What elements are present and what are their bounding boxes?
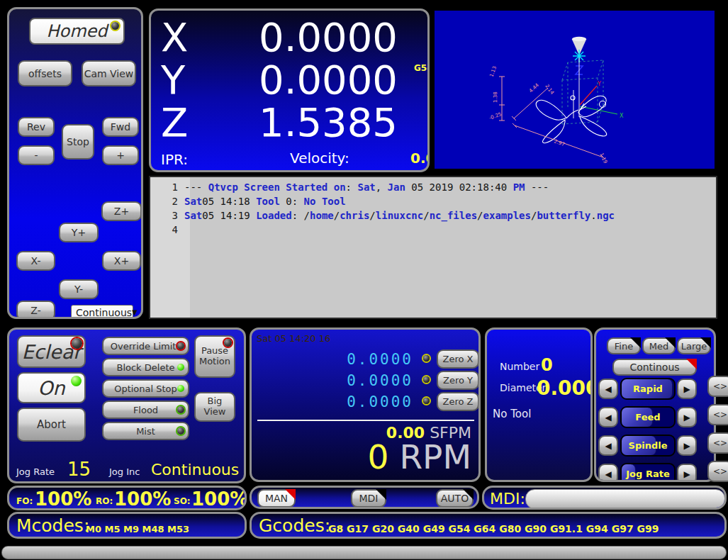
slider-label: Feed — [622, 408, 674, 427]
fo-label: FO: — [16, 496, 33, 506]
jograte-increase-button[interactable]: ▶ — [677, 464, 697, 482]
jog-z-minus-button[interactable]: Z- — [16, 301, 55, 319]
rel-dro-x-led-icon — [423, 355, 430, 362]
fine-label: Fine — [615, 341, 633, 352]
cam-view-button[interactable]: Cam View — [82, 60, 136, 86]
estop-clear-button[interactable]: Eclear — [17, 335, 86, 368]
jograte-spinner-button[interactable]: <> — [707, 461, 728, 482]
svg-text:-0.25: -0.25 — [488, 111, 503, 121]
tool-panel: Number 0 Diameter 0.000 No Tool — [485, 327, 593, 482]
spindle-decrease-button[interactable]: ◀ — [598, 435, 618, 456]
mist-label: Mist — [136, 426, 155, 437]
pause-motion-label: Pause Motion — [198, 346, 232, 367]
jog-y-minus-button[interactable]: Y- — [59, 279, 99, 299]
power-led-icon — [71, 376, 82, 386]
jog-x-minus-button[interactable]: X- — [16, 251, 55, 271]
preview-panel[interactable]: Y X 1.13 1.38 - — [431, 7, 718, 172]
spindle-spinner-button[interactable]: <> — [707, 432, 728, 454]
jog-large-button[interactable]: Large — [677, 337, 711, 354]
mcodes-active-list: M0 M5 M9 M48 M53 — [86, 524, 189, 534]
left-arrow-icon: ◀ — [605, 384, 611, 394]
zero-z-button[interactable]: Zero Z — [437, 392, 479, 411]
rapid-spinner-button[interactable]: <> — [707, 376, 728, 397]
rel-dro-z-led-icon — [423, 398, 430, 404]
jog-inc-label: Jog Inc — [109, 466, 140, 477]
dro-axis-letter-z: Z — [161, 101, 188, 144]
console-panel[interactable]: 1--- Qtvcp Screen Started on: Sat, Jan 0… — [149, 176, 717, 319]
optional-stop-led-icon — [177, 385, 184, 392]
updown-icon: <> — [713, 466, 727, 476]
spindle-minus-button[interactable]: - — [18, 145, 55, 165]
abort-button[interactable]: Abort — [17, 408, 86, 442]
updown-icon: <> — [713, 381, 727, 391]
mode-auto-button[interactable]: AUTO — [436, 489, 474, 508]
jog-z-plus-label: Z+ — [114, 206, 129, 217]
jog-x-minus-label: X- — [31, 255, 41, 267]
feed-spinner-button[interactable]: <> — [707, 404, 728, 425]
block-delete-button[interactable]: Block Delete — [102, 358, 189, 376]
rapid-slider[interactable]: Rapid — [620, 378, 676, 400]
jog-x-plus-button[interactable]: X+ — [102, 251, 141, 271]
power-on-button[interactable]: On — [17, 372, 86, 403]
mdi-entry-label: MDI: — [490, 490, 525, 508]
spindle-increase-button[interactable]: ▶ — [677, 435, 697, 456]
left-arrow-icon: ◀ — [605, 441, 611, 451]
stop-label: Stop — [67, 136, 89, 147]
spindle-rev-button[interactable]: Rev — [18, 117, 55, 137]
plunge-lines — [573, 57, 579, 118]
optional-stop-button[interactable]: Optional Stop — [102, 379, 189, 398]
jog-continous-button[interactable]: Continous — [612, 359, 697, 376]
auto-label: AUTO — [441, 493, 469, 504]
big-view-button[interactable]: Big View — [194, 392, 235, 422]
spindle-slider[interactable]: Spindle — [620, 435, 676, 457]
rapid-decrease-button[interactable]: ◀ — [598, 379, 618, 399]
jog-z-plus-button[interactable]: Z+ — [101, 201, 142, 221]
jog-fine-button[interactable]: Fine — [607, 337, 641, 354]
feed-decrease-button[interactable]: ◀ — [598, 407, 618, 427]
jog-med-button[interactable]: Med — [642, 337, 676, 354]
pause-motion-button[interactable]: Pause Motion — [194, 335, 235, 378]
spindle-fwd-button[interactable]: Fwd — [102, 117, 139, 137]
offsets-button[interactable]: offsets — [18, 60, 72, 86]
mist-led-icon — [177, 427, 184, 435]
svg-text:4.44: 4.44 — [528, 82, 540, 94]
jog-y-plus-button[interactable]: Y+ — [59, 223, 99, 242]
jog-rate-label: Jog Rate — [16, 466, 55, 477]
tool-diameter-value: 0.000 — [537, 376, 593, 400]
spindle-stop-button[interactable]: Stop — [62, 124, 94, 159]
tool-number-label: Number — [500, 361, 539, 372]
zero-x-button[interactable]: Zero X — [437, 349, 479, 369]
mode-mdi-button[interactable]: MDI — [351, 489, 386, 508]
mode-man-button[interactable]: MAN — [257, 489, 296, 508]
rev-label: Rev — [27, 121, 45, 133]
zero-z-label: Zero Z — [443, 396, 474, 407]
dro-panel: X 0.0000 Y 0.0000 Z 1.5385 G54 IPR: Velo… — [149, 9, 430, 172]
flood-button[interactable]: Flood — [102, 401, 189, 419]
override-limits-button[interactable]: Override Limits — [102, 337, 189, 355]
divider — [257, 420, 474, 421]
mdi-input[interactable] — [525, 489, 725, 509]
overrides-panel: Fine Med Large Continous ◀ Rapid ▶ ◀ Fee… — [594, 327, 716, 482]
feed-increase-button[interactable]: ▶ — [677, 407, 697, 427]
jograte-slider[interactable]: Jog Rate — [620, 463, 676, 482]
x-axis-line — [580, 106, 617, 114]
gcodes-active-list: G8 G17 G20 G40 G49 G54 G64 G80 G90 G91.1… — [328, 523, 659, 534]
bottom-status-bar — [1, 546, 727, 559]
rel-dro-z: 0.0000 — [323, 393, 413, 410]
svg-text:1.38: 1.38 — [493, 91, 498, 103]
gcodes-panel: Gcodes: G8 G17 G20 G40 G49 G54 G64 G80 G… — [250, 512, 727, 539]
abort-label: Abort — [37, 418, 66, 431]
slider-label: Rapid — [622, 379, 674, 398]
mist-button[interactable]: Mist — [102, 422, 189, 440]
console-line: 1--- Qtvcp Screen Started on: Sat, Jan 0… — [150, 180, 716, 194]
jograte-decrease-button[interactable]: ◀ — [598, 464, 618, 482]
feed-slider[interactable]: Feed — [620, 406, 676, 428]
zero-y-button[interactable]: Zero Y — [437, 371, 479, 390]
qtvcp-screen: Homed offsets Cam View Rev Stop Fwd - + … — [0, 0, 728, 560]
homed-label: Homed — [46, 21, 107, 41]
jog-mode-dropdown[interactable]: Continuous ▼ — [71, 305, 133, 319]
rapid-increase-button[interactable]: ▶ — [677, 379, 697, 399]
spindle-plus-button[interactable]: + — [102, 145, 139, 165]
homed-button[interactable]: Homed — [29, 18, 125, 45]
right-arrow-icon: ▶ — [683, 384, 690, 394]
